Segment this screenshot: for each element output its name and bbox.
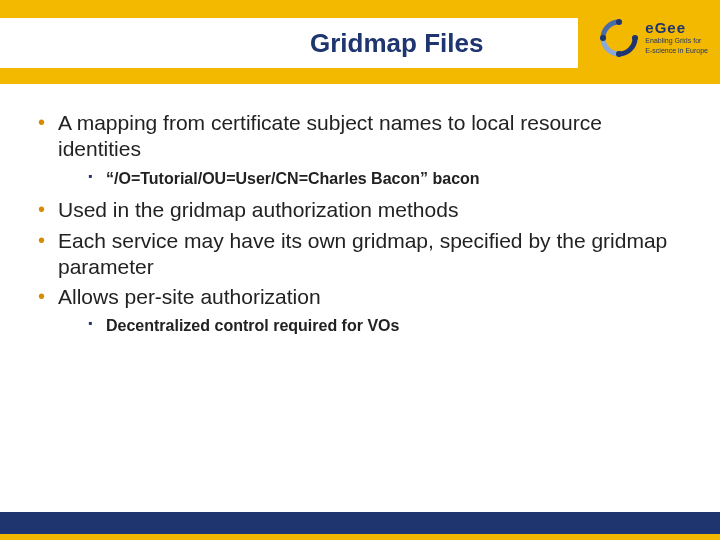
content: A mapping from certificate subject names… xyxy=(30,110,690,345)
logo-tagline-1: Enabling Grids for xyxy=(645,37,708,45)
title-band: Gridmap Files xyxy=(0,18,578,68)
bullet-3: Each service may have its own gridmap, s… xyxy=(30,228,690,281)
bullet-1: A mapping from certificate subject names… xyxy=(30,110,690,189)
bullet-1-sub-1: “/O=Tutorial/OU=User/CN=Charles Bacon” b… xyxy=(58,169,690,190)
logo: eGee Enabling Grids for E-science in Eur… xyxy=(599,18,708,58)
slide: Gridmap Files eGee Enabling Grids for E-… xyxy=(0,0,720,540)
footer-blue-bar xyxy=(0,512,720,534)
logo-text: eGee Enabling Grids for E-science in Eur… xyxy=(645,21,708,55)
bullet-4-text: Allows per-site authorization xyxy=(58,285,321,308)
page-title: Gridmap Files xyxy=(310,28,483,59)
bullet-4: Allows per-site authorization Decentrali… xyxy=(30,284,690,337)
svg-point-1 xyxy=(632,35,638,41)
bullet-4-sub-1: Decentralized control required for VOs xyxy=(58,316,690,337)
footer-yellow-bar xyxy=(0,534,720,540)
logo-mark-icon xyxy=(599,18,639,58)
svg-point-0 xyxy=(616,19,622,25)
bullet-2: Used in the gridmap authorization method… xyxy=(30,197,690,223)
logo-acronym: eGee xyxy=(645,21,708,35)
svg-point-2 xyxy=(616,51,622,57)
logo-tagline-2: E-science in Europe xyxy=(645,47,708,55)
footer xyxy=(0,512,720,540)
svg-point-3 xyxy=(600,35,606,41)
bullet-1-text: A mapping from certificate subject names… xyxy=(58,111,602,160)
